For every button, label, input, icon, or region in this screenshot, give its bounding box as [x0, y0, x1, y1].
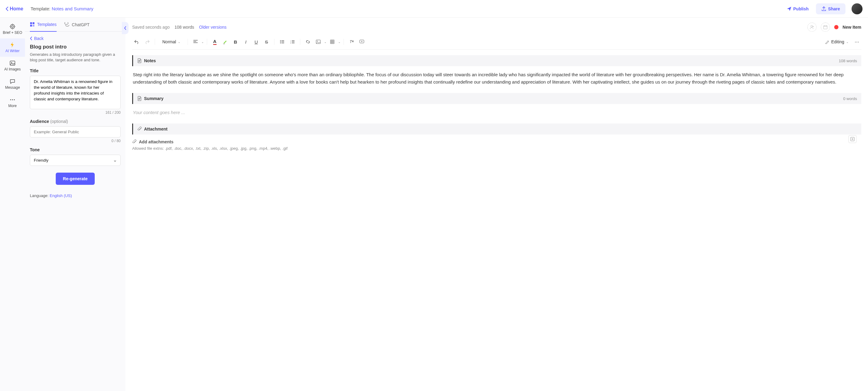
template-name[interactable]: Notes and Summary	[52, 6, 93, 11]
underline-button[interactable]: U	[252, 37, 261, 46]
editor-toolbar: Normal ⌄ ⌄ A B I U S 123 ⌄ ⌄ T	[132, 37, 861, 50]
summary-word-count: 0 words	[843, 96, 857, 101]
bullet-list-button[interactable]	[277, 37, 287, 46]
highlight-button[interactable]	[220, 37, 230, 46]
svg-text:3: 3	[290, 43, 291, 44]
format-select[interactable]: Normal ⌄	[160, 38, 183, 46]
align-dropdown[interactable]: ⌄	[201, 40, 204, 44]
svg-point-13	[280, 40, 281, 41]
chatgpt-icon	[64, 22, 69, 27]
svg-text:T: T	[350, 40, 352, 44]
number-list-button[interactable]: 123	[288, 37, 297, 46]
link-button[interactable]	[303, 37, 312, 46]
add-block-button[interactable]	[848, 135, 857, 143]
send-icon	[787, 6, 792, 11]
align-button[interactable]	[191, 37, 200, 46]
mode-select[interactable]: Editing ⌄	[823, 38, 851, 46]
italic-button[interactable]: I	[241, 37, 250, 46]
allowed-extensions: Allowed file extns: .pdf, .doc, .docx, .…	[132, 146, 861, 151]
nav-ai-images[interactable]: AI Images	[0, 57, 25, 75]
template-breadcrumb: Template: Notes and Summary	[30, 6, 93, 11]
image-button[interactable]	[314, 37, 323, 46]
svg-point-0	[10, 24, 14, 29]
image-dropdown[interactable]: ⌄	[324, 40, 327, 44]
tone-select[interactable]: Friendly	[30, 155, 121, 166]
tab-templates[interactable]: Templates	[30, 18, 57, 32]
bold-button[interactable]: B	[231, 37, 240, 46]
nav-ai-writer[interactable]: AI Writer	[0, 38, 25, 57]
more-toolbar-button[interactable]: ⋯	[852, 37, 861, 46]
calendar-button[interactable]	[821, 23, 830, 32]
nav-message[interactable]: Message	[0, 75, 25, 93]
word-count: 108 words	[175, 25, 194, 30]
attachment-block-header[interactable]: Attachment	[132, 123, 861, 135]
strike-button[interactable]: S	[262, 37, 271, 46]
svg-rect-21	[331, 40, 334, 44]
image-icon	[10, 60, 15, 66]
doc-icon	[137, 96, 142, 101]
home-link[interactable]: Home	[5, 6, 23, 11]
svg-rect-7	[30, 22, 32, 24]
chevron-down-icon: ⌄	[846, 40, 848, 44]
audience-field-label: Audience (optional)	[30, 119, 121, 124]
save-status: Saved seconds ago	[132, 25, 169, 30]
text-color-button[interactable]: A	[210, 37, 219, 46]
undo-button[interactable]	[132, 37, 141, 46]
table-dropdown[interactable]: ⌄	[338, 40, 341, 44]
chat-icon	[10, 79, 15, 84]
editor-content: Notes 108 words Step right into the lite…	[132, 55, 861, 151]
svg-point-15	[280, 43, 281, 44]
svg-point-5	[12, 99, 13, 100]
paperclip-icon	[132, 139, 136, 144]
publish-button[interactable]: Publish	[783, 4, 812, 14]
title-field-label: Title	[30, 68, 121, 73]
more-icon	[10, 97, 15, 103]
older-versions-link[interactable]: Older versions	[199, 25, 226, 30]
home-label: Home	[10, 6, 23, 11]
tab-chatgpt[interactable]: ChatGPT	[64, 18, 90, 31]
main-layout: Brief + SEO AI Writer AI Images Message …	[0, 18, 868, 391]
bolt-icon	[10, 42, 15, 48]
paperclip-icon	[137, 127, 142, 132]
nav-more[interactable]: More	[0, 93, 25, 112]
title-input[interactable]	[30, 76, 121, 109]
svg-rect-10	[33, 25, 34, 27]
svg-point-20	[317, 41, 318, 41]
chevron-down-icon: ⌄	[178, 40, 180, 44]
regenerate-button[interactable]: Re-generate	[56, 173, 95, 185]
summary-body[interactable]: Your content goes here ...	[132, 109, 861, 116]
panel-description: Generates a blog introductory paragraph …	[30, 52, 121, 63]
summary-title: Summary	[144, 96, 163, 101]
app-header: Home Template: Notes and Summary Publish…	[0, 0, 868, 18]
editor-top-right: New Item	[807, 23, 861, 32]
avatar[interactable]	[851, 3, 863, 14]
language-link[interactable]: English (US)	[50, 193, 72, 198]
nav-brief-seo[interactable]: Brief + SEO	[0, 20, 25, 38]
clear-format-button[interactable]: T	[347, 37, 356, 46]
table-button[interactable]	[328, 37, 337, 46]
summary-block-header[interactable]: Summary 0 words	[132, 93, 861, 104]
notes-body[interactable]: Step right into the literary landscape a…	[132, 71, 861, 86]
collapse-panel-button[interactable]	[122, 22, 128, 34]
editor-status-bar: Saved seconds ago 108 words Older versio…	[132, 23, 861, 32]
text-color-icon: A	[213, 39, 217, 45]
audience-input[interactable]	[30, 126, 121, 138]
panel-tabs: Templates ChatGPT	[25, 18, 125, 32]
svg-point-3	[11, 62, 12, 63]
new-item-label[interactable]: New Item	[843, 25, 861, 30]
chevron-left-icon	[5, 7, 8, 11]
add-collaborator-button[interactable]	[807, 23, 816, 32]
svg-point-14	[280, 41, 281, 43]
svg-point-1	[11, 26, 13, 27]
language-line: Language: English (US)	[30, 193, 121, 198]
add-attachments-button[interactable]: Add attachments	[132, 139, 861, 144]
pencil-icon	[825, 40, 829, 44]
attachment-title: Attachment	[144, 127, 167, 132]
panel-title: Blog post intro	[30, 44, 121, 50]
share-button[interactable]: Share	[816, 3, 845, 14]
redo-button[interactable]	[143, 37, 152, 46]
back-link[interactable]: Back	[30, 36, 121, 41]
svg-point-6	[14, 99, 14, 100]
notes-block-header[interactable]: Notes 108 words	[132, 55, 861, 66]
comment-button[interactable]	[357, 37, 366, 46]
